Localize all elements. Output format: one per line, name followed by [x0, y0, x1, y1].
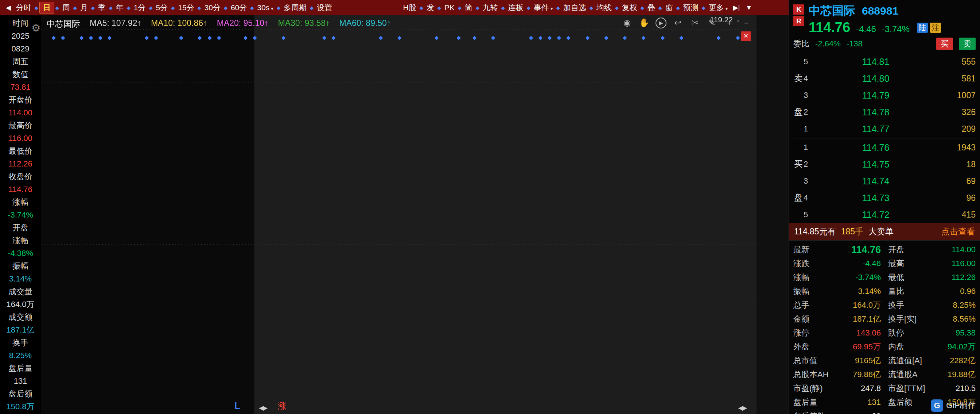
sell-button[interactable]: 卖	[959, 38, 975, 50]
menu-item-13[interactable]: 更多 ▾	[706, 2, 730, 13]
ask-row[interactable]: 2114.78326	[803, 104, 975, 120]
event-diamond-icon[interactable]: ◆	[491, 34, 495, 41]
event-diamond-icon[interactable]: ◆	[379, 34, 383, 41]
event-diamond-icon[interactable]: ◆	[52, 34, 56, 41]
event-diamond-icon[interactable]: ◆	[217, 34, 221, 41]
play-icon[interactable]: ▶	[655, 18, 667, 29]
next-page-icon[interactable]: ▶|	[730, 4, 743, 12]
bid-row[interactable]: 5114.72415	[803, 206, 975, 223]
bid-row[interactable]: 1114.761943	[803, 139, 975, 156]
ask-row[interactable]: 4114.80581	[803, 70, 975, 87]
period-tab-11[interactable]: 30s ▾	[255, 3, 275, 13]
menu-item-8[interactable]: 均线	[594, 2, 614, 13]
hand-icon[interactable]: ✋	[638, 17, 650, 29]
event-diamond-icon[interactable]: ◆	[253, 34, 257, 41]
menu-item-10[interactable]: 叠	[645, 2, 657, 13]
period-tab-3[interactable]: 月	[78, 2, 90, 13]
event-diamond-icon[interactable]: ◆	[61, 34, 65, 41]
period-tab-6[interactable]: 1分	[132, 2, 148, 13]
undo-icon[interactable]: ↩	[672, 17, 684, 29]
toolbar-dropdown-icon[interactable]: ▼	[743, 4, 755, 12]
event-diamond-icon[interactable]: ◆	[80, 34, 84, 41]
event-diamond-icon[interactable]: ◆	[529, 34, 533, 41]
menu-item-1[interactable]: 发	[425, 2, 436, 13]
event-diamond-icon[interactable]: ◆	[473, 34, 477, 41]
event-diamond-icon[interactable]: ◆	[179, 34, 183, 41]
period-tab-2[interactable]: 周	[60, 2, 72, 13]
period-tab-13[interactable]: 设置	[315, 2, 334, 13]
menu-item-2[interactable]: PK	[442, 3, 457, 13]
period-tab-9[interactable]: 30分	[202, 2, 223, 13]
ask-row[interactable]: 3114.791007	[803, 87, 975, 104]
zoom-out-icon[interactable]: －	[740, 17, 752, 29]
menu-item-3[interactable]: 简	[463, 2, 475, 13]
event-diamond-icon[interactable]: ◆	[331, 34, 336, 41]
event-diamond-icon[interactable]: ◆	[736, 34, 740, 41]
separator-diamond-icon: ◆	[556, 5, 560, 11]
menu-item-5[interactable]: 连板	[506, 2, 526, 13]
menu-item-11[interactable]: 窗	[663, 2, 675, 13]
period-tab-1[interactable]: 日	[40, 2, 54, 13]
event-diamond-icon[interactable]: ◆	[457, 34, 461, 41]
event-diamond-icon[interactable]: ◆	[557, 34, 561, 41]
period-tab-10[interactable]: 60分	[229, 2, 249, 13]
gear-icon[interactable]: ⚙	[31, 22, 40, 34]
menu-item-4[interactable]: 九转	[480, 2, 500, 13]
event-diamond-icon[interactable]: ◆	[679, 34, 684, 41]
buy-button[interactable]: 买	[936, 38, 953, 50]
event-diamond-icon[interactable]: ◆	[660, 34, 665, 41]
menu-item-6[interactable]: 事件 ▾	[531, 2, 555, 13]
corner-badge-R[interactable]: R	[793, 16, 804, 26]
period-tab-4[interactable]: 季	[96, 2, 108, 13]
event-diamond-icon[interactable]: ◆	[108, 34, 112, 41]
bid-row[interactable]: 2114.7518	[803, 156, 975, 173]
menu-item-12[interactable]: 预测	[681, 2, 701, 13]
event-diamond-icon[interactable]: ◆	[145, 34, 149, 41]
close-icon[interactable]: ✕	[741, 31, 751, 41]
cut-icon[interactable]: ✂	[689, 17, 701, 29]
event-diamond-icon[interactable]: ◆	[604, 34, 608, 41]
kline-canvas[interactable]	[41, 15, 757, 414]
event-diamond-icon[interactable]: ◆	[434, 34, 439, 41]
event-diamond-icon[interactable]: ◆	[566, 34, 571, 41]
alert-text[interactable]: 点击查看	[941, 226, 975, 237]
period-tab-7[interactable]: 5分	[154, 2, 170, 13]
big-order-alert[interactable]: 114.85元有185手大卖单点击查看	[789, 223, 980, 240]
event-diamond-icon[interactable]: ◆	[282, 34, 286, 41]
back-icon[interactable]: ◀	[3, 4, 14, 12]
event-diamond-icon[interactable]: ◆	[243, 34, 248, 41]
period-tab-0[interactable]: 分时	[14, 2, 33, 13]
eye-icon[interactable]: ◉	[621, 17, 633, 29]
period-tab-12[interactable]: 多周期	[282, 2, 309, 13]
kr-badges[interactable]: KR	[793, 5, 804, 35]
menu-item-0[interactable]: H股	[401, 2, 418, 13]
pan-arrows-right-icon[interactable]: ◀▶	[738, 404, 746, 412]
event-diamond-icon[interactable]: ◆	[89, 34, 93, 41]
event-diamond-icon[interactable]: ◆	[641, 34, 646, 41]
event-diamond-icon[interactable]: ◆	[207, 34, 212, 41]
event-diamond-icon[interactable]: ◆	[716, 34, 721, 41]
event-diamond-icon[interactable]: ◆	[585, 34, 590, 41]
ask-row[interactable]: 1114.77209	[803, 120, 975, 137]
event-diamond-icon[interactable]: ◆	[398, 34, 402, 41]
detail-label: 换手[实]	[888, 313, 916, 324]
event-diamond-icon[interactable]: ◆	[322, 34, 327, 41]
menu-item-7[interactable]: 加自选	[561, 2, 589, 13]
bid-row[interactable]: 4114.7396	[803, 189, 975, 206]
bid-row[interactable]: 3114.7469	[803, 173, 975, 189]
ask-row[interactable]: 5114.81555	[803, 53, 975, 70]
menu-item-9[interactable]: 复权	[620, 2, 640, 13]
weibi-label: 委比	[793, 38, 810, 49]
event-diamond-icon[interactable]: ◆	[538, 34, 542, 41]
pan-arrows-icon[interactable]: ◀▶	[259, 404, 267, 412]
event-diamond-icon[interactable]: ◆	[154, 34, 158, 41]
event-diamond-icon[interactable]: ◆	[197, 34, 202, 41]
period-tab-8[interactable]: 15分	[176, 2, 196, 13]
event-diamond-icon[interactable]: ◆	[623, 34, 627, 41]
period-tab-5[interactable]: 年	[114, 2, 126, 13]
event-diamond-icon[interactable]: ◆	[547, 34, 552, 41]
corner-badge-K[interactable]: K	[793, 5, 804, 14]
kline-chart[interactable]: 中芯国际 MA5: 107.92↑MA10: 100.86↑MA20: 95.1…	[41, 15, 757, 414]
event-diamond-icon[interactable]: ◆	[98, 34, 102, 41]
detail-label: 流通值[A]	[888, 355, 922, 366]
